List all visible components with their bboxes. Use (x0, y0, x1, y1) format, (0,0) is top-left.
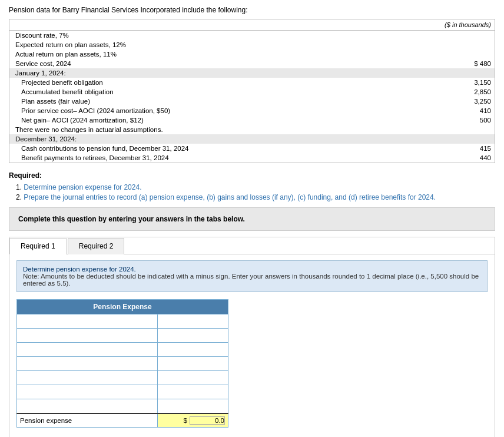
pension-total-label: Pension expense (17, 413, 158, 428)
table-header-label: ($ in thousands) (325, 19, 495, 31)
intro-text: Pension data for Barry Financial Service… (9, 6, 495, 14)
tab-content-title: Determine pension expense for 2024. (23, 266, 136, 273)
table-cell-label: Prior service cost– AOCI (2024 amortizat… (9, 106, 325, 115)
table-cell-label: Cash contributions to pension fund, Dece… (9, 144, 325, 153)
table-cell-label: Discount rate, 7% (9, 31, 325, 41)
pension-amount-input-1[interactable] (167, 332, 225, 339)
note-text: Note: Amounts to be deducted should be i… (23, 273, 479, 287)
table-cell-amount (325, 68, 495, 78)
pension-row-amount (158, 371, 228, 385)
pension-row-label (17, 343, 158, 357)
pension-label-input-5[interactable] (20, 389, 141, 396)
pension-row-label (17, 314, 158, 329)
pension-table: Pension Expense Pension expense$ (16, 299, 228, 428)
pension-row-label (17, 385, 158, 399)
required-section: Required: Determine pension expense for … (9, 171, 495, 201)
required-link[interactable]: Prepare the journal entries to record (a… (24, 193, 436, 201)
pension-row-label (17, 399, 158, 413)
pension-amount-input-0[interactable] (167, 318, 225, 325)
table-cell-label: Accumulated benefit obligation (9, 87, 325, 97)
table-cell-amount: 415 (325, 144, 495, 153)
table-cell-amount (325, 125, 495, 134)
pension-row-amount (158, 357, 228, 371)
table-cell-label: Projected benefit obligation (9, 78, 325, 87)
table-cell-amount: 3,250 (325, 97, 495, 106)
required-title: Required: (9, 171, 42, 180)
pension-amount-input-4[interactable] (167, 375, 225, 382)
table-cell-label: Service cost, 2024 (9, 59, 325, 68)
table-cell-amount: 2,850 (325, 87, 495, 97)
required-item: Prepare the journal entries to record (a… (9, 193, 495, 201)
table-cell-label: Benefit payments to retirees, December 3… (9, 153, 325, 163)
pension-row-amount (158, 385, 228, 399)
table-cell-amount (325, 40, 495, 49)
table-cell-amount (325, 134, 495, 144)
pension-row-amount (158, 343, 228, 357)
pension-amount-input-2[interactable] (167, 346, 225, 353)
table-cell-amount (325, 49, 495, 59)
pension-total-input[interactable] (190, 416, 225, 425)
tabs-header: Required 1 Required 2 (9, 237, 495, 254)
tab-required1[interactable]: Required 1 (9, 238, 67, 254)
pension-row-label (17, 329, 158, 343)
complete-box: Complete this question by entering your … (9, 207, 495, 231)
required-link[interactable]: Determine pension expense for 2024. (24, 183, 141, 191)
pension-table-header: Pension Expense (17, 300, 228, 314)
pension-row-amount (158, 399, 228, 413)
pension-label-input-1[interactable] (20, 332, 141, 339)
currency-symbol: $ (184, 417, 187, 424)
table-cell-label: December 31, 2024: (9, 134, 325, 144)
table-cell-amount (325, 31, 495, 41)
tab-content-required1: Determine pension expense for 2024. Note… (9, 254, 495, 437)
pension-label-input-4[interactable] (20, 375, 141, 382)
pension-row-amount (158, 314, 228, 329)
tab-required2[interactable]: Required 2 (68, 238, 125, 254)
pension-label-input-3[interactable] (20, 360, 141, 368)
pension-label-input-6[interactable] (20, 402, 141, 409)
table-cell-amount: 410 (325, 106, 495, 115)
table-cell-amount: 440 (325, 153, 495, 163)
table-cell-label: There were no changes in actuarial assum… (9, 125, 325, 134)
pension-total-amount: $ (158, 413, 228, 428)
pension-label-input-2[interactable] (20, 346, 141, 353)
table-cell-amount: 3,150 (325, 78, 495, 87)
table-cell-label: January 1, 2024: (9, 68, 325, 78)
required-item: Determine pension expense for 2024. (9, 183, 495, 191)
table-cell-label: Actual return on plan assets, 11% (9, 49, 325, 59)
table-cell-label: Plan assets (fair value) (9, 97, 325, 106)
complete-box-text: Complete this question by entering your … (18, 215, 245, 223)
pension-amount-input-6[interactable] (167, 402, 225, 409)
note-box: Determine pension expense for 2024. Note… (16, 260, 488, 292)
pension-row-label (17, 371, 158, 385)
table-cell-label: Net gain– AOCI (2024 amortization, $12) (9, 115, 325, 125)
table-cell-label: Expected return on plan assets, 12% (9, 40, 325, 49)
pension-amount-input-3[interactable] (167, 360, 225, 368)
data-table: ($ in thousands) Discount rate, 7%Expect… (9, 19, 495, 163)
pension-row-label (17, 357, 158, 371)
pension-row-amount (158, 329, 228, 343)
pension-amount-input-5[interactable] (167, 389, 225, 396)
tabs-container: Required 1 Required 2 Determine pension … (9, 237, 495, 437)
table-cell-amount: 500 (325, 115, 495, 125)
table-cell-amount: $ 480 (325, 59, 495, 68)
pension-label-input-0[interactable] (20, 318, 141, 325)
required-list: Determine pension expense for 2024.Prepa… (9, 183, 495, 201)
